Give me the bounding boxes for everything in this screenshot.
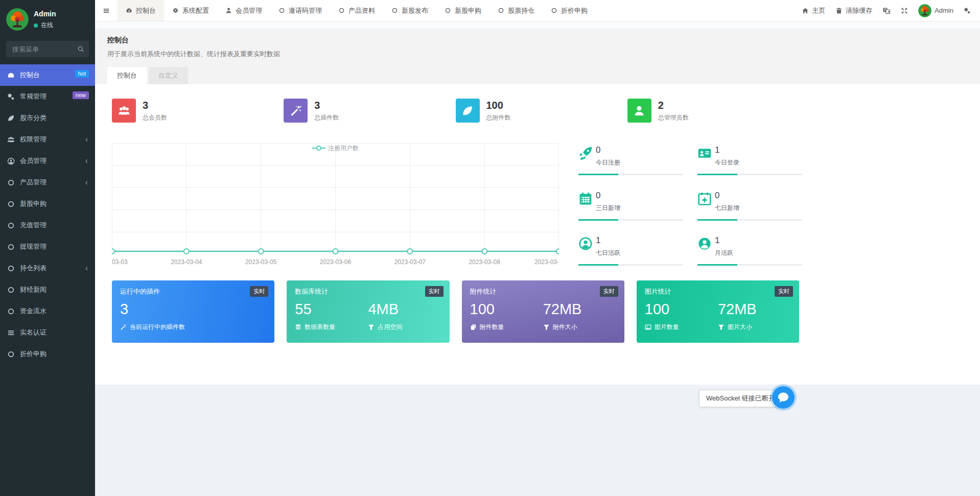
sidebar-item-finance-news[interactable]: 财经新闻 <box>0 279 95 300</box>
tab-label: 会员管理 <box>236 6 262 15</box>
tab-product-info[interactable]: 产品资料 <box>330 0 383 21</box>
card-image-stats[interactable]: 图片统计 实时 10072MB 图片数量 图片大小 <box>637 280 799 343</box>
sidebar-item-stock-category[interactable]: 股市分类 <box>0 107 95 129</box>
tab-label: 新股发布 <box>402 6 428 15</box>
mini-stat-bar <box>578 264 683 266</box>
sidebar-item-dashboard[interactable]: 控制台 hot <box>0 64 95 86</box>
sidebar-item-general[interactable]: 常规管理 new <box>0 86 95 107</box>
stat-label: 总插件数 <box>314 113 339 122</box>
tab-dashboard[interactable]: 控制台 <box>118 0 164 21</box>
sidebar-item-positions[interactable]: 持仓列表 ‹ <box>0 257 95 279</box>
x-tick: 2023-03-05 <box>245 258 276 266</box>
mini-stat-today-login: 1 今日登录 <box>697 145 802 177</box>
sidebar-user-panel: Admin 在线 <box>0 0 95 37</box>
settings-button[interactable] <box>964 7 971 14</box>
circle-icon <box>7 200 15 208</box>
mini-stat-bar <box>697 264 802 266</box>
leaf-icon <box>7 114 15 122</box>
cogs-icon <box>964 7 971 14</box>
card-label: 图片大小 <box>728 323 752 332</box>
magic-icon <box>284 99 308 123</box>
hot-badge: hot <box>75 70 89 78</box>
language-button[interactable] <box>882 7 891 15</box>
tab-system-config[interactable]: 系统配置 <box>164 0 217 21</box>
home-label: 主页 <box>812 6 825 15</box>
mini-stat-month-active: 1 月活跃 <box>697 235 802 268</box>
sidebar-item-products[interactable]: 产品管理 ‹ <box>0 172 95 193</box>
menu-toggle-button[interactable] <box>95 0 118 21</box>
chat-bubble-icon <box>777 391 789 404</box>
gear-icon <box>172 7 179 14</box>
search-input[interactable] <box>6 41 89 57</box>
hamburger-icon <box>103 7 110 14</box>
sidebar-item-label: 新股申购 <box>20 199 46 208</box>
sidebar-item-auth[interactable]: 权限管理 ‹ <box>0 129 95 150</box>
topbar: 控制台 系统配置 会员管理 邀请码管理 产品资料 新股发布 新股申购 股票持仓 … <box>95 0 980 21</box>
tab-invite-codes[interactable]: 邀请码管理 <box>270 0 330 21</box>
circle-icon <box>7 308 15 315</box>
tab-members[interactable]: 会员管理 <box>217 0 270 21</box>
users-icon <box>112 99 136 123</box>
chevron-left-icon: ‹ <box>85 157 88 165</box>
calendar-plus-icon <box>697 191 715 206</box>
card-attachment-stats[interactable]: 附件统计 实时 10072MB 附件数量 附件大小 <box>462 280 624 343</box>
page-subtitle: 用于展示当前系统中的统计数据、统计报表及重要实时数据 <box>107 50 968 59</box>
chart-legend[interactable]: 注册用户数 <box>112 144 559 153</box>
tab-label: 邀请码管理 <box>289 6 322 15</box>
registered-users-chart[interactable]: 注册用户数 <box>112 143 559 268</box>
sidebar-item-real-name[interactable]: 实名认证 <box>0 322 95 343</box>
mini-stat-value: 0 <box>715 191 739 201</box>
circle-icon <box>551 7 557 14</box>
page-header: 控制台 用于展示当前系统中的统计数据、统计报表及重要实时数据 控制台 自定义 <box>95 29 980 84</box>
tab-stock-positions[interactable]: 股票持仓 <box>489 0 543 21</box>
mini-stat-label: 月活跃 <box>715 249 733 257</box>
sidebar-item-ipo-subscribe[interactable]: 新股申购 <box>0 193 95 215</box>
expand-icon <box>901 7 908 14</box>
card-running-plugins[interactable]: 运行中的插件 实时 3 当前运行中的插件数 <box>112 280 274 343</box>
mini-stat-label: 七日新增 <box>715 204 739 212</box>
sidebar-item-fund-flow[interactable]: 资金流水 <box>0 300 95 322</box>
circle-icon <box>7 350 15 358</box>
mini-stat-label: 七日活跃 <box>596 249 620 257</box>
chevron-left-icon: ‹ <box>85 264 88 272</box>
x-tick: 2023-03-06 <box>320 258 351 266</box>
sidebar-item-label: 会员管理 <box>20 156 46 166</box>
tab-custom[interactable]: 自定义 <box>149 67 188 84</box>
card-database-stats[interactable]: 数据库统计 实时 554MB 数据表数量 占用空间 <box>287 280 449 343</box>
tab-discount-buy[interactable]: 折价申购 <box>543 0 596 21</box>
trash-icon <box>835 7 843 14</box>
card-label: 附件数量 <box>480 323 504 332</box>
user-menu[interactable]: Admin <box>918 4 953 17</box>
sidebar-item-label: 权限管理 <box>20 135 46 144</box>
mini-stat-bar <box>697 219 802 221</box>
sidebar-item-label: 实名认证 <box>20 328 46 337</box>
stat-value: 3 <box>143 100 148 111</box>
sidebar-item-members[interactable]: 会员管理 ‹ <box>0 150 95 172</box>
tab-console[interactable]: 控制台 <box>107 67 147 84</box>
new-badge: new <box>73 91 89 99</box>
avatar <box>918 4 931 17</box>
tab-label: 系统配置 <box>182 6 209 15</box>
card-title: 数据库统计 <box>295 287 441 296</box>
user-icon <box>627 99 651 123</box>
circle-icon <box>498 7 504 14</box>
chevron-left-icon: ‹ <box>85 135 88 144</box>
stat-label: 总附件数 <box>486 113 511 122</box>
card-value: 55 <box>295 301 368 318</box>
card-label: 当前运行中的插件数 <box>130 323 185 332</box>
fullscreen-button[interactable] <box>901 7 908 14</box>
home-button[interactable]: 主页 <box>802 6 825 15</box>
sidebar-item-recharge[interactable]: 充值管理 <box>0 215 95 236</box>
tab-ipo-subscribe[interactable]: 新股申购 <box>436 0 489 21</box>
mini-stat-label: 今日注册 <box>596 158 620 167</box>
filter-icon <box>718 324 725 330</box>
chat-button[interactable] <box>772 386 795 409</box>
cogs-icon <box>7 93 15 101</box>
card-title: 运行中的插件 <box>120 287 266 296</box>
sidebar-search <box>6 41 89 57</box>
rocket-icon <box>578 145 596 160</box>
sidebar-item-discount-buy[interactable]: 折价申购 <box>0 343 95 365</box>
sidebar-item-withdraw[interactable]: 提现管理 <box>0 236 95 257</box>
clear-cache-button[interactable]: 清除缓存 <box>835 6 872 15</box>
tab-ipo-publish[interactable]: 新股发布 <box>383 0 436 21</box>
